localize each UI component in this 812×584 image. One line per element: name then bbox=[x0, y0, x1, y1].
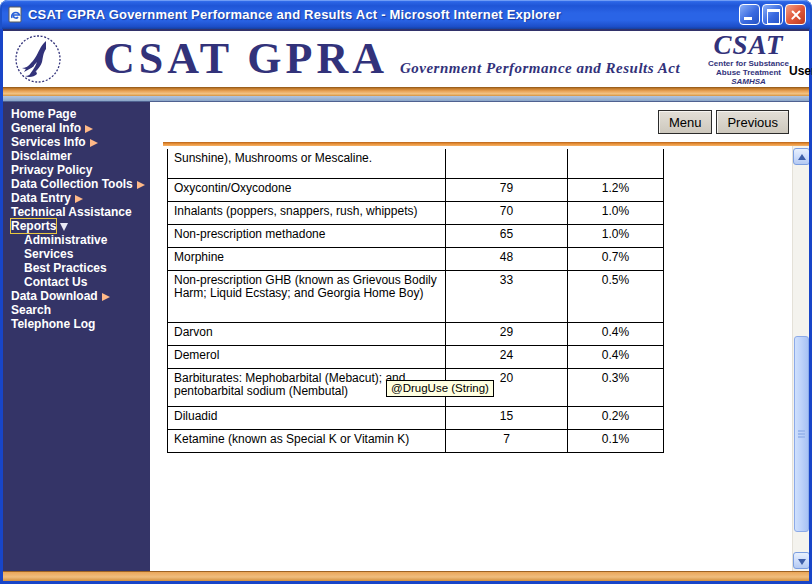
page-body: Home PageGeneral InfoServices InfoDiscla… bbox=[3, 102, 809, 571]
main-content: Menu Previous Sunshine), Mushrooms or Me… bbox=[150, 102, 809, 571]
sidebar-item-general-info[interactable]: General Info bbox=[11, 121, 150, 135]
sidebar-item-label: Privacy Policy bbox=[11, 163, 92, 177]
druguse-tooltip: @DrugUse (String) bbox=[386, 380, 494, 397]
drug-use-table: Sunshine), Mushrooms or Mescaline.Oxycon… bbox=[167, 149, 664, 453]
cell-name: Morphine bbox=[168, 247, 446, 270]
arrow-right-icon bbox=[90, 139, 98, 147]
sidebar-item-label: General Info bbox=[11, 121, 81, 135]
sidebar-item-technical-assistance[interactable]: Technical Assistance bbox=[11, 205, 150, 219]
sidebar-item-services-info[interactable]: Services Info bbox=[11, 135, 150, 149]
table-row: Oxycontin/Oxycodone791.2% bbox=[168, 178, 664, 201]
sidebar-item-telephone-log[interactable]: Telephone Log bbox=[11, 317, 150, 331]
app-subtitle: Government Performance and Results Act bbox=[400, 60, 680, 77]
table-row: Inhalants (poppers, snappers, rush, whip… bbox=[168, 201, 664, 224]
sidebar-item-privacy-policy[interactable]: Privacy Policy bbox=[11, 163, 150, 177]
cell-value: 24 bbox=[446, 345, 568, 368]
cell-value: 65 bbox=[446, 224, 568, 247]
sidebar-item-label: Search bbox=[11, 303, 51, 317]
cell-value: 33 bbox=[446, 270, 568, 322]
toolbar: Menu Previous bbox=[150, 102, 809, 142]
arrow-down-icon bbox=[798, 559, 806, 565]
sidebar-item-label: Reports bbox=[11, 219, 56, 233]
sidebar-item-label: Home Page bbox=[11, 107, 76, 121]
report-scroll-area: Sunshine), Mushrooms or Mescaline.Oxycon… bbox=[150, 146, 809, 571]
sidebar-item-contact-us[interactable]: Contact Us bbox=[11, 275, 150, 289]
previous-button[interactable]: Previous bbox=[716, 110, 789, 134]
cell-name: Darvon bbox=[168, 322, 446, 345]
sidebar-item-label: Disclaimer bbox=[11, 149, 72, 163]
arrow-right-icon bbox=[85, 125, 93, 133]
cell-value: 29 bbox=[446, 322, 568, 345]
minimize-button[interactable] bbox=[739, 4, 760, 25]
cell-pct: 0.7% bbox=[568, 247, 664, 270]
cell-name: Oxycontin/Oxycodone bbox=[168, 178, 446, 201]
logout-link[interactable]: Logout bbox=[789, 41, 812, 55]
window-controls bbox=[739, 4, 806, 25]
menu-button[interactable]: Menu bbox=[658, 110, 713, 134]
brand-block: CSAT GPRA Government Performance and Res… bbox=[103, 37, 680, 81]
arrow-right-icon bbox=[75, 195, 83, 203]
maximize-button[interactable] bbox=[762, 4, 783, 25]
sidebar-item-best-practices[interactable]: Best Practices bbox=[11, 261, 150, 275]
cell-pct: 1.2% bbox=[568, 178, 664, 201]
sidebar-item-data-entry[interactable]: Data Entry bbox=[11, 191, 150, 205]
cell-value: 7 bbox=[446, 429, 568, 452]
app-header: CSAT GPRA Government Performance and Res… bbox=[3, 29, 809, 87]
sidebar-item-label: Administrative bbox=[24, 233, 107, 247]
arrow-right-icon bbox=[102, 293, 110, 301]
sidebar-item-label: Data Entry bbox=[11, 191, 71, 205]
cell-pct: 0.2% bbox=[568, 406, 664, 429]
internet-explorer-icon bbox=[7, 6, 24, 23]
drug-use-table-body: Sunshine), Mushrooms or Mescaline.Oxycon… bbox=[168, 149, 664, 452]
scroll-up-button[interactable] bbox=[793, 148, 809, 165]
cell-name: Diluadid bbox=[168, 406, 446, 429]
sidebar-item-administrative[interactable]: Administrative bbox=[11, 233, 150, 247]
sidebar-item-label: Data Collection Tools bbox=[11, 177, 133, 191]
cell-value: 70 bbox=[446, 201, 568, 224]
cell-value: 15 bbox=[446, 406, 568, 429]
cell-pct: 1.0% bbox=[568, 224, 664, 247]
table-row: Ketamine (known as Special K or Vitamin … bbox=[168, 429, 664, 452]
cell-pct: 0.4% bbox=[568, 322, 664, 345]
sidebar-item-home-page[interactable]: Home Page bbox=[11, 107, 150, 121]
app-logo-text: CSAT GPRA bbox=[103, 37, 388, 81]
sidebar-item-label: Services bbox=[24, 247, 73, 261]
hhs-logo-icon bbox=[13, 33, 63, 85]
cell-pct: 0.4% bbox=[568, 345, 664, 368]
sidebar-item-disclaimer[interactable]: Disclaimer bbox=[11, 149, 150, 163]
sidebar-item-services[interactable]: Services bbox=[11, 247, 150, 261]
footer-bar bbox=[3, 571, 809, 581]
cell-pct: 0.5% bbox=[568, 270, 664, 322]
header-divider-orange-bar bbox=[3, 87, 809, 96]
cell-name: Ketamine (known as Special K or Vitamin … bbox=[168, 429, 446, 452]
scrollbar-thumb[interactable] bbox=[794, 336, 809, 532]
table-row: Demerol240.4% bbox=[168, 345, 664, 368]
scroll-down-button[interactable] bbox=[793, 552, 809, 569]
csat-logo-samhsa: SAMHSA bbox=[708, 78, 789, 86]
sidebar-item-label: Technical Assistance bbox=[11, 205, 132, 219]
cell-value: 79 bbox=[446, 178, 568, 201]
arrow-right-icon bbox=[137, 181, 145, 189]
sidebar-item-search[interactable]: Search bbox=[11, 303, 150, 317]
sidebar-item-data-collection-tools[interactable]: Data Collection Tools bbox=[11, 177, 150, 191]
table-row: Diluadid150.2% bbox=[168, 406, 664, 429]
browser-window: CSAT GPRA Government Performance and Res… bbox=[0, 0, 812, 584]
cell-name: Sunshine), Mushrooms or Mescaline. bbox=[168, 149, 446, 178]
title-bar[interactable]: CSAT GPRA Government Performance and Res… bbox=[0, 0, 812, 29]
sidebar-item-label: Services Info bbox=[11, 135, 86, 149]
csat-logo: CSAT Center for Substance Abuse Treatmen… bbox=[708, 32, 789, 86]
cell-value bbox=[446, 149, 568, 178]
user-label: User: Christopher Shumway bbox=[789, 64, 812, 78]
sidebar-item-data-download[interactable]: Data Download bbox=[11, 289, 150, 303]
user-block: Logout User: Christopher Shumway bbox=[789, 41, 812, 78]
table-row: Non-prescription GHB (known as Grievous … bbox=[168, 270, 664, 322]
sidebar-item-reports[interactable]: Reports bbox=[11, 219, 150, 233]
arrow-down-icon bbox=[60, 223, 68, 231]
cell-name: Inhalants (poppers, snappers, rush, whip… bbox=[168, 201, 446, 224]
sidebar-item-label: Data Download bbox=[11, 289, 98, 303]
table-row: Sunshine), Mushrooms or Mescaline. bbox=[168, 149, 664, 178]
close-button[interactable] bbox=[785, 4, 806, 25]
sidebar-item-label: Best Practices bbox=[24, 261, 107, 275]
vertical-scrollbar[interactable] bbox=[792, 146, 809, 571]
table-row: Non-prescription methadone651.0% bbox=[168, 224, 664, 247]
